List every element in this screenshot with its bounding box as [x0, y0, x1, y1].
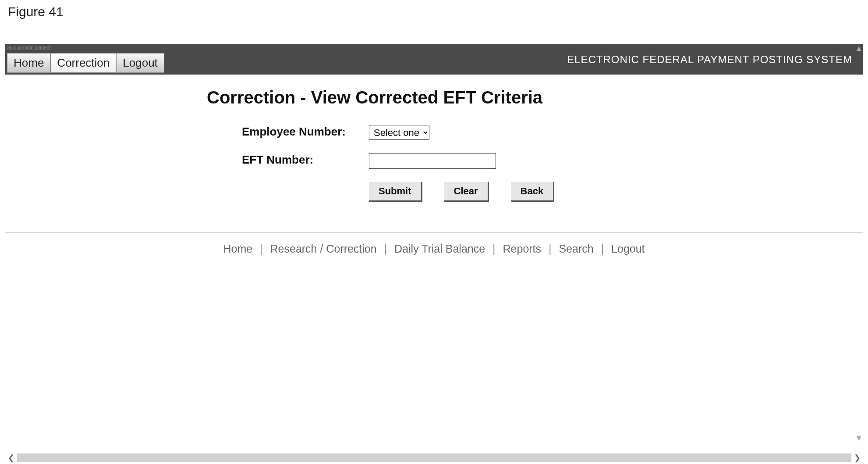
skip-to-main-link[interactable]: Skip to main content: [7, 45, 51, 50]
eft-number-label: EFT Number:: [242, 153, 369, 167]
horizontal-scrollbar[interactable]: ❮ ❯: [5, 453, 863, 463]
employee-number-label: Employee Number:: [242, 125, 369, 139]
footer-link-home[interactable]: Home: [221, 243, 254, 255]
system-title: ELECTRONIC FEDERAL PAYMENT POSTING SYSTE…: [567, 54, 852, 66]
nav-tabs: Home Correction Logout: [7, 53, 164, 73]
header-bar: Skip to main content Home Correction Log…: [5, 44, 863, 75]
scroll-up-icon[interactable]: ▲: [855, 44, 863, 53]
scroll-left-icon[interactable]: ❮: [5, 453, 17, 463]
submit-button[interactable]: Submit: [369, 182, 422, 202]
page-title: Correction - View Corrected EFT Criteria: [207, 88, 863, 107]
footer-link-logout[interactable]: Logout: [609, 243, 646, 255]
scroll-right-icon[interactable]: ❯: [851, 453, 863, 463]
eft-number-input[interactable]: [369, 153, 496, 169]
tab-home[interactable]: Home: [7, 53, 50, 73]
scroll-down-icon[interactable]: ▼: [855, 434, 863, 443]
footer-link-search[interactable]: Search: [557, 243, 595, 255]
footer-link-research-correction[interactable]: Research / Correction: [269, 243, 379, 255]
footer-separator: |: [546, 243, 554, 255]
scrollbar-track[interactable]: [17, 453, 851, 462]
content-area: Correction - View Corrected EFT Criteria…: [5, 75, 863, 255]
footer-link-daily-trial-balance[interactable]: Daily Trial Balance: [393, 243, 487, 255]
figure-label: Figure 41: [0, 0, 868, 24]
clear-button[interactable]: Clear: [444, 182, 489, 202]
app-viewport: Skip to main content Home Correction Log…: [5, 44, 863, 451]
tab-logout[interactable]: Logout: [116, 53, 164, 73]
criteria-form: Employee Number: Select one EFT Number:: [242, 125, 863, 169]
footer-separator: |: [490, 243, 498, 255]
footer-separator: |: [599, 243, 607, 255]
footer-links: Home | Research / Correction | Daily Tri…: [5, 243, 863, 255]
tab-correction[interactable]: Correction: [50, 53, 116, 73]
back-button[interactable]: Back: [511, 182, 555, 202]
button-row: Submit Clear Back: [369, 182, 863, 202]
eft-number-row: EFT Number:: [242, 153, 863, 169]
employee-number-row: Employee Number: Select one: [242, 125, 863, 140]
footer-separator: |: [382, 243, 390, 255]
footer-separator: |: [257, 243, 266, 255]
footer-link-reports[interactable]: Reports: [501, 243, 543, 255]
employee-number-select[interactable]: Select one: [369, 125, 429, 140]
footer-divider: [5, 232, 863, 233]
